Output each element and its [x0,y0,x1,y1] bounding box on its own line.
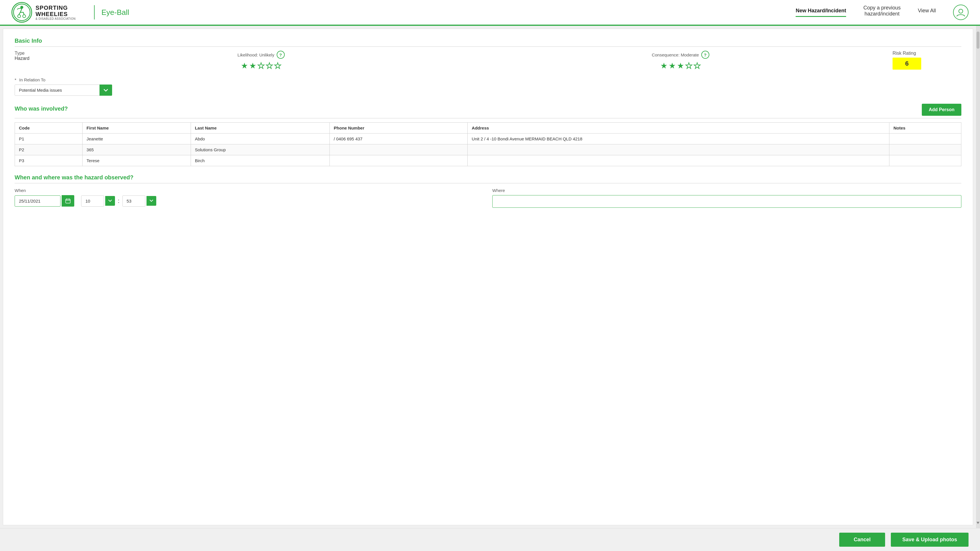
logo-icon [11,2,32,23]
col-last-name: Last Name [191,123,329,133]
cell-code: P1 [15,133,83,144]
table-row: P3TereseBirch [15,155,961,166]
where-label: Where [492,188,961,193]
in-relation-to-label: In Relation To [19,77,45,82]
col-first-name: First Name [82,123,191,133]
where-input[interactable] [492,195,961,208]
star-5: ★ [274,61,281,70]
cell-last_name: Solutions Group [191,144,329,155]
cell-phone [330,155,468,166]
star-4: ★ [266,61,273,70]
cell-first_name: 365 [82,144,191,155]
date-time-row: : [14,195,484,206]
cstar-4: ★ [685,61,692,70]
likelihood-block: Likelihood: Unlikely ? ★ ★ ★ ★ ★ [54,51,468,70]
cell-phone: / 0406 695 437 [330,133,468,144]
where-field-group: Where [492,188,961,208]
col-phone: Phone Number [330,123,468,133]
risk-rating-value: 6 [892,57,921,70]
nav-view-all[interactable]: View All [918,8,936,17]
when-field-group: When [14,188,484,208]
app-header: SPORTINGWHEELIES & DISABLED ASSOCIATION … [0,0,980,26]
cstar-2: ★ [669,61,676,70]
minute-arrow-button[interactable] [146,196,156,206]
when-label: When [14,188,484,193]
persons-table: Code First Name Last Name Phone Number A… [14,122,961,166]
cstar-1: ★ [660,61,668,70]
user-avatar[interactable] [953,5,969,20]
date-input[interactable] [14,195,60,206]
header-divider [94,5,95,19]
logo-title: SPORTINGWHEELIES [35,5,76,17]
table-row: P2365Solutions Group [15,144,961,155]
cstar-5: ★ [694,61,701,70]
cell-notes [889,144,961,155]
time-colon: : [118,198,119,204]
cell-code: P2 [15,144,83,155]
col-code: Code [15,123,83,133]
star-3: ★ [258,61,265,70]
cell-last_name: Abdo [191,133,329,144]
scrollbar[interactable] [976,26,980,528]
svg-rect-5 [66,199,70,203]
cell-last_name: Birch [191,155,329,166]
when-where-grid: When [14,188,961,208]
cell-address: Unit 2 / 4 -10 Bondi Avenue MERMAID BEAC… [468,133,889,144]
save-upload-button[interactable]: Save & Upload photos [891,533,969,547]
cell-phone [330,144,468,155]
svg-point-2 [18,14,21,17]
svg-point-3 [23,14,25,17]
col-address: Address [468,123,889,133]
likelihood-label: Likelihood: Unlikely [237,52,274,57]
consequence-label: Consequence: Moderate [652,52,699,57]
cell-address [468,155,889,166]
risk-rating-label: Risk Rating [892,51,916,56]
cell-first_name: Jeanette [82,133,191,144]
cancel-button[interactable]: Cancel [839,533,885,547]
consequence-stars: ★ ★ ★ ★ ★ [660,61,701,70]
app-name: Eye-Ball [102,8,129,17]
likelihood-help-icon[interactable]: ? [277,51,285,59]
who-involved-header: Who was involved? Add Person [14,104,961,118]
table-row: P1JeanetteAbdo/ 0406 695 437Unit 2 / 4 -… [15,133,961,144]
who-involved-title: Who was involved? [14,105,68,114]
hour-arrow-button[interactable] [105,196,115,206]
logo-text: SPORTINGWHEELIES & DISABLED ASSOCIATION [35,5,76,20]
main-nav: New Hazard/Incident Copy a previoushazar… [795,5,969,20]
star-2: ★ [249,61,256,70]
cell-code: P3 [15,155,83,166]
col-notes: Notes [889,123,961,133]
type-column: Type Hazard [14,51,49,61]
footer-bar: Cancel Save & Upload photos [0,528,980,551]
cell-address [468,144,889,155]
type-label: Type [14,51,49,56]
logo-subtitle: & DISABLED ASSOCIATION [35,17,76,20]
type-value: Hazard [14,56,49,61]
select-display-value[interactable]: Potential Media issues [14,84,112,96]
svg-point-4 [959,9,963,13]
required-star: * [14,77,16,82]
scrollbar-thumb[interactable] [977,32,979,49]
logo-area: SPORTINGWHEELIES & DISABLED ASSOCIATION [11,2,76,23]
select-arrow-icon[interactable] [100,84,112,96]
consequence-block: Consequence: Moderate ? ★ ★ ★ ★ ★ [473,51,888,70]
form-content: Basic Info Type Hazard Likelihood: Unlik… [3,29,973,525]
hour-input[interactable] [81,195,104,206]
cell-notes [889,133,961,144]
table-header-row: Code First Name Last Name Phone Number A… [15,123,961,133]
nav-copy-previous[interactable]: Copy a previoushazard/incident [863,5,900,20]
when-where-title: When and where was the hazard observed? [14,174,961,183]
calendar-button[interactable] [62,195,74,206]
cell-first_name: Terese [82,155,191,166]
add-person-button[interactable]: Add Person [922,104,961,116]
nav-new-hazard[interactable]: New Hazard/Incident [795,8,846,17]
in-relation-to-section: * In Relation To Potential Media issues [14,77,961,96]
basic-info-title: Basic Info [14,38,961,47]
cell-notes [889,155,961,166]
consequence-help-icon[interactable]: ? [701,51,710,59]
in-relation-to-select[interactable]: Potential Media issues [14,84,112,96]
star-1: ★ [241,61,248,70]
minute-input[interactable] [123,195,145,206]
required-label: * In Relation To [14,77,961,82]
when-where-section: When and where was the hazard observed? … [14,174,961,208]
